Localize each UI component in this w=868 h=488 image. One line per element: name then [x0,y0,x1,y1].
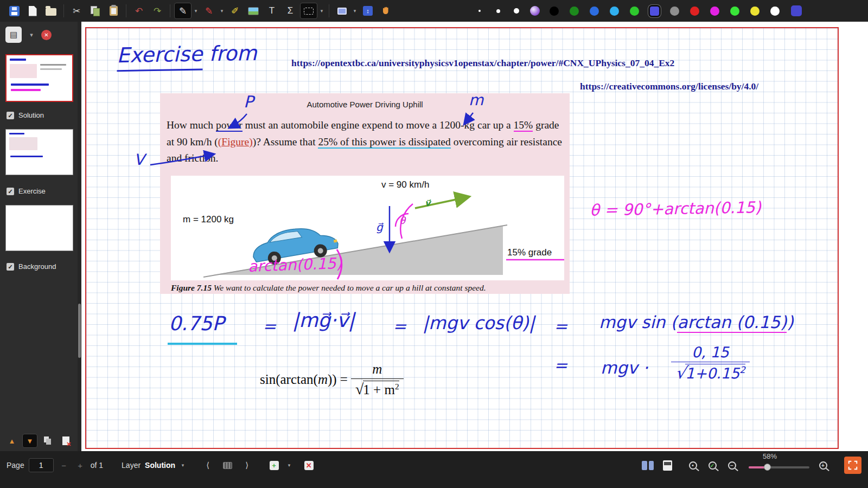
selection-tool-button[interactable] [300,3,317,19]
color-swatch[interactable] [570,7,579,16]
color-swatch-selected[interactable] [650,7,659,16]
paste-button[interactable] [105,3,122,19]
layer-visible-checkbox[interactable]: ✓ [7,263,14,271]
move-layer-up-button[interactable]: ▲ [4,434,20,448]
thumbnail-content [10,59,26,61]
chevron-down-icon[interactable]: ▾ [352,8,358,14]
redo-button[interactable]: ↷ [149,3,166,19]
presentation-mode-button[interactable] [660,458,675,473]
layer-select-button[interactable] [220,458,235,473]
copy-button[interactable] [86,3,104,19]
zoom-100-icon: • [689,461,697,470]
previous-layer-button[interactable]: ⟨ [200,458,215,473]
layer-grid-icon [223,462,232,469]
insert-image-button[interactable] [245,3,262,19]
move-layer-down-button[interactable]: ▼ [22,434,37,448]
chevron-down-icon[interactable]: ▾ [180,463,186,468]
close-sidebar-button[interactable]: ✕ [41,30,52,40]
color-swatch[interactable] [730,7,739,16]
fullscreen-button[interactable] [844,457,861,474]
exercise-title: Automotive Power Driving Uphill [160,100,570,109]
text-tool-icon: T [269,5,275,16]
zoom-original-button[interactable]: • [687,458,702,473]
notebook-page[interactable]: Exercise from https://opentextbc.ca/univ… [85,27,839,449]
document-canvas[interactable]: Exercise from https://opentextbc.ca/univ… [81,22,868,451]
layer-row-solution: ✓ Solution [7,111,44,119]
hand-tool-button[interactable] [378,3,395,19]
rectangle-icon [337,8,347,15]
color-swatch[interactable] [670,7,679,16]
scrollbar-thumb[interactable] [78,304,81,358]
fill-color-icon [530,6,540,16]
color-swatch[interactable] [590,7,599,16]
text-tool-button[interactable]: T [263,3,280,19]
page-number-input[interactable] [29,458,54,472]
color-swatch[interactable] [750,7,760,16]
zoom-fit-button[interactable]: ✓ [706,458,722,473]
open-folder-icon [46,8,56,16]
layer-thumbnail-exercise[interactable] [5,205,73,251]
fill-color-button[interactable] [526,3,544,19]
vertical-space-button[interactable]: ↕ [359,3,376,19]
annotation-arctan: arctan(0.15) [247,254,342,275]
zoom-out-icon: − [728,461,736,470]
text-segment: How much [167,119,216,131]
color-swatch[interactable] [710,7,719,16]
separator [63,4,64,17]
current-layer-value[interactable]: Solution [145,461,175,470]
pen-tool-button[interactable]: ✎ [174,3,192,19]
color-picker-button[interactable] [791,5,802,16]
cut-button[interactable]: ✂ [68,3,85,19]
next-layer-button[interactable]: ⟩ [239,458,254,473]
duplicate-page-button[interactable] [40,434,55,448]
caption-label: Figure 7.15 [171,283,212,292]
chevron-down-icon[interactable]: ▾ [318,8,325,14]
zoom-out-button[interactable]: − [726,458,741,473]
add-layer-button[interactable]: + [266,458,282,473]
chevron-down-icon[interactable]: ▾ [28,31,35,38]
stroke-thick-button[interactable] [508,3,525,19]
stroke-fine-button[interactable] [471,3,488,19]
highlighter-tool-button[interactable]: ✐ [226,3,244,19]
page-decrement-button[interactable]: − [58,461,70,470]
undo-button[interactable]: ↶ [130,3,148,19]
red-pen-tool-button[interactable]: ✎ [200,3,218,19]
preview-pane-button[interactable]: ▤ [5,27,22,43]
layer-thumbnail-solution[interactable] [5,129,73,175]
zoom-slider-handle[interactable] [764,464,771,471]
heading-word: Exercise [117,42,203,72]
color-swatch[interactable] [630,7,639,16]
separator [126,4,126,17]
math-tex-button[interactable]: Σ [282,3,299,19]
delete-layer-button[interactable]: ✕ [301,458,316,473]
save-button[interactable] [5,3,23,19]
color-swatch[interactable] [550,7,559,16]
zoom-in-icon: + [819,461,827,470]
zoom-slider[interactable]: 58% [749,457,809,474]
figure-link[interactable]: (Figure) [218,136,253,147]
thumbnail-content [9,133,24,134]
delete-page-button[interactable]: ✕ [58,434,73,448]
chevron-down-icon[interactable]: ▾ [219,8,225,14]
dual-page-view-button[interactable] [640,458,655,473]
zoom-slider-track[interactable] [749,466,809,468]
equals-sign: = [393,317,406,336]
new-document-button[interactable] [24,3,41,19]
color-swatch[interactable] [770,7,780,16]
page-thumbnail-current[interactable] [5,54,73,102]
text-segment-speed: 90 km/h [177,136,212,147]
zoom-in-button[interactable]: + [817,458,832,473]
chevron-down-icon[interactable]: ▾ [286,463,292,468]
chevron-down-icon[interactable]: ▾ [193,8,199,14]
stroke-medium-button[interactable] [489,3,507,19]
sidebar-scrollbar[interactable] [78,22,81,451]
page-increment-button[interactable]: + [74,461,86,470]
color-swatch[interactable] [610,7,619,16]
shape-tool-button[interactable] [333,3,350,19]
layer-visible-checkbox[interactable]: ✓ [7,112,14,119]
sigma-icon: Σ [288,5,293,16]
layer-visible-checkbox[interactable]: ✓ [7,188,14,195]
open-button[interactable] [42,3,60,19]
color-swatch[interactable] [690,7,699,16]
hand-icon [381,5,392,16]
